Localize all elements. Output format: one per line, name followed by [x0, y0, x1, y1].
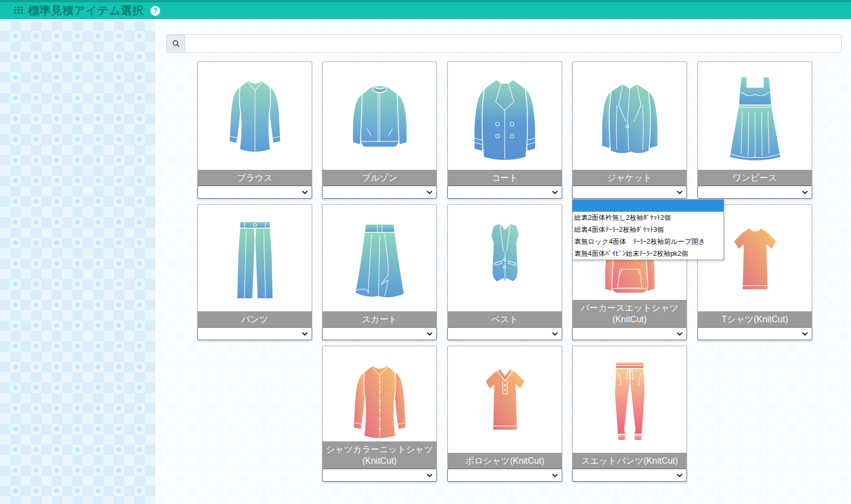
onepiece-illustration [698, 62, 812, 186]
item-label: ブルゾン [323, 170, 436, 186]
item-label: ベスト [448, 311, 562, 327]
pants-illustration [198, 205, 312, 327]
chevron-down-icon [552, 332, 558, 336]
dropdown-option[interactable]: 総裏2面体衿無し2枚袖ﾎﾟｹｯﾄ2個 [573, 212, 724, 224]
chevron-down-icon [802, 190, 808, 194]
item-card-skirt[interactable]: スカート [322, 204, 437, 328]
grid-icon [14, 6, 23, 16]
item-card-jacket[interactable]: ジャケット [572, 62, 687, 186]
search-bar [166, 34, 842, 53]
search-input[interactable] [185, 34, 842, 53]
blouse-illustration [198, 62, 312, 186]
hoodie-variant-select[interactable] [572, 327, 687, 340]
item-label: スエットパンツ(KnitCut) [573, 453, 686, 469]
dropdown-option[interactable]: 裏無ロック4面体 ﾃｰﾗｰ2枚袖前ループ開き [573, 236, 724, 248]
item-card-sweatpants[interactable]: スエットパンツ(KnitCut) [572, 346, 687, 469]
blouse-variant-select[interactable] [197, 186, 312, 199]
help-icon[interactable]: ? [150, 6, 160, 16]
chevron-down-icon [552, 190, 558, 194]
jacket-variant-select[interactable] [572, 186, 687, 199]
item-card-pants[interactable]: パンツ [197, 204, 312, 328]
item-label: ワンピース [698, 170, 812, 186]
coat-variant-select[interactable] [447, 186, 562, 199]
sweatpants-variant-select[interactable] [572, 469, 687, 482]
jacket-illustration [573, 62, 686, 186]
chevron-down-icon [677, 332, 683, 336]
dropdown-option[interactable]: 総裏4面体ﾃｰﾗｰ2枚袖ﾎﾟｹｯﾄ3個 [573, 224, 724, 236]
dropdown-option[interactable]: 裏無4面体ﾊﾟｲﾋﾟﾝ始末ﾃｰﾗｰ2枚袖pk2個 [573, 248, 724, 260]
item-label: パンツ [198, 311, 312, 327]
chevron-down-icon [802, 332, 808, 336]
tshirt-variant-select[interactable] [697, 327, 812, 340]
item-label: シャツカラーニットシャツ(KnitCut) [323, 441, 436, 469]
chevron-down-icon [427, 474, 433, 477]
polo-variant-select[interactable] [447, 469, 562, 482]
chevron-down-icon [427, 332, 433, 336]
jacket-variant-dropdown-list: 総裏2面体衿無し2枚袖ﾎﾟｹｯﾄ2個 総裏4面体ﾃｰﾗｰ2枚袖ﾎﾟｹｯﾄ3個 裏… [572, 199, 724, 260]
item-card-coat[interactable]: コート [447, 62, 562, 186]
item-card-polo[interactable]: ポロシャツ(KnitCut) [447, 346, 562, 469]
item-card-blouson[interactable]: ブルゾン [322, 62, 437, 186]
polo-illustration [448, 346, 562, 469]
chevron-down-icon [677, 474, 683, 477]
vest-variant-select[interactable] [447, 327, 562, 340]
item-label: コート [448, 170, 562, 186]
item-card-vest[interactable]: ベスト [447, 204, 562, 328]
item-card-knitshirt[interactable]: シャツカラーニットシャツ(KnitCut) [322, 346, 437, 469]
item-label: パーカースエットシャツ(KnitCut) [573, 300, 686, 327]
item-label: ジャケット [573, 170, 686, 186]
sweatpants-illustration [573, 346, 686, 469]
item-label: Tシャツ(KnitCut) [698, 311, 812, 327]
knitshirt-variant-select[interactable] [322, 469, 437, 482]
app-header: 標準見積アイテム選択 ? [0, 0, 851, 19]
item-label: ブラウス [198, 170, 312, 186]
page-title: 標準見積アイテム選択 [28, 3, 144, 18]
skirt-variant-select[interactable] [322, 327, 437, 340]
onepiece-variant-select[interactable] [697, 186, 812, 199]
pants-variant-select[interactable] [197, 327, 312, 340]
chevron-down-icon [552, 474, 558, 477]
vest-illustration [448, 205, 562, 327]
search-icon [166, 34, 185, 53]
coat-illustration [448, 62, 562, 186]
blouson-illustration [323, 62, 436, 186]
item-label: ポロシャツ(KnitCut) [448, 453, 562, 469]
chevron-down-icon [427, 190, 433, 194]
chevron-down-icon [302, 190, 308, 194]
chevron-down-icon [302, 332, 308, 336]
item-card-onepiece[interactable]: ワンピース [697, 62, 812, 186]
blouson-variant-select[interactable] [322, 186, 437, 199]
item-label: スカート [323, 311, 436, 327]
skirt-illustration [323, 205, 436, 327]
dropdown-option[interactable] [573, 200, 724, 212]
item-card-blouse[interactable]: ブラウス [197, 62, 312, 186]
chevron-down-icon [677, 190, 683, 194]
